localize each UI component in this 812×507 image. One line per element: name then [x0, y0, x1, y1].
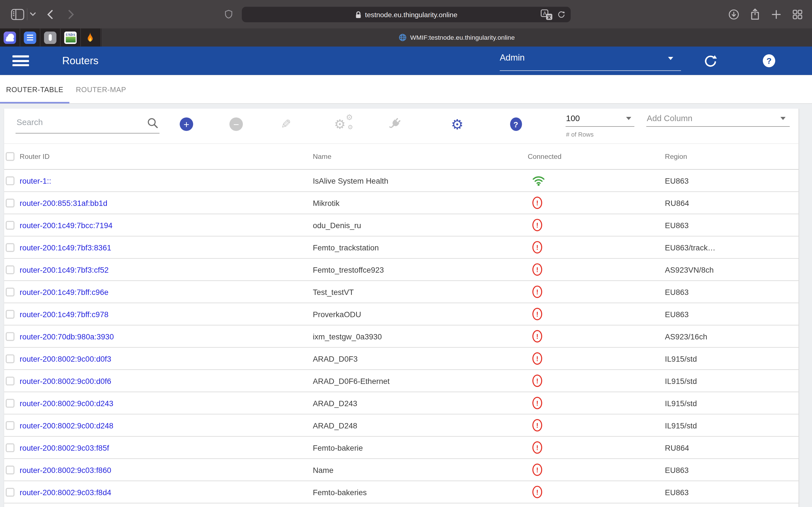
active-browser-tab[interactable]: WMIF:testnode.eu.thingularity.online — [101, 29, 812, 47]
refresh-icon[interactable] — [703, 54, 718, 68]
minus-icon: − — [230, 117, 243, 131]
row-checkbox[interactable] — [6, 221, 14, 229]
router-id-link[interactable]: router-200:1c49:7bcc:7194 — [20, 221, 313, 229]
row-checkbox[interactable] — [6, 465, 14, 474]
router-id-link[interactable]: router-200:8002:9c00:d0f3 — [20, 354, 313, 363]
connected-cell: ! — [528, 397, 665, 409]
router-id-link[interactable]: router-200:8002:9c03:f8d4 — [20, 488, 313, 496]
router-region: RU864 — [665, 443, 799, 452]
row-checkbox[interactable] — [6, 376, 14, 385]
error-alert-icon: ! — [532, 441, 542, 454]
privacy-shield-icon[interactable] — [223, 0, 234, 29]
user-role-value: Admin — [500, 53, 525, 63]
error-alert-icon: ! — [532, 308, 542, 320]
router-id-link[interactable]: router-200:8002:9c03:f85f — [20, 443, 313, 452]
share-icon[interactable] — [748, 0, 762, 29]
row-checkbox[interactable] — [6, 421, 14, 430]
row-checkbox[interactable] — [6, 287, 14, 296]
router-id-link[interactable]: router-200:8002:9c03:f860 — [20, 465, 313, 474]
tab-router-map[interactable]: ROUTER-MAP — [69, 75, 133, 103]
pinned-tab-usda-icon[interactable]: USDA — [61, 29, 81, 47]
table-help-button[interactable]: ? — [506, 114, 526, 134]
router-id-link[interactable]: router-200:1c49:7bf3:cf52 — [20, 265, 313, 274]
connected-cell: ! — [528, 352, 665, 365]
row-checkbox[interactable] — [6, 198, 14, 207]
downloads-icon[interactable] — [727, 0, 741, 29]
connected-cell: ! — [528, 196, 665, 209]
router-id-link[interactable]: router-200:8002:9c00:d248 — [20, 421, 313, 430]
row-checkbox[interactable] — [6, 399, 14, 407]
row-checkbox[interactable] — [6, 309, 14, 318]
translate-icon[interactable]: A — [541, 9, 553, 20]
router-name: ARAD_D0F3 — [313, 354, 527, 363]
menu-icon[interactable] — [12, 54, 29, 67]
router-name: odu_Denis_ru — [313, 221, 527, 229]
table-settings-button[interactable]: ⚙ — [447, 114, 467, 134]
router-region: EU863 — [665, 309, 799, 318]
pinned-tab-docs-icon[interactable] — [20, 29, 41, 47]
router-region: EU863/track… — [665, 243, 799, 251]
tab-overview-icon[interactable] — [790, 0, 805, 29]
column-header-region[interactable]: Region — [665, 153, 799, 161]
add-column-select[interactable]: Add Column — [646, 109, 790, 144]
new-tab-icon[interactable] — [769, 0, 783, 29]
connected-cell: ! — [528, 375, 665, 387]
column-header-router-id[interactable]: Router ID — [20, 153, 313, 161]
select-all-checkbox[interactable] — [6, 152, 14, 161]
edit-button[interactable]: ✎ — [275, 114, 296, 134]
router-id-link[interactable]: router-200:1c49:7bff:c978 — [20, 309, 313, 318]
router-id-link[interactable]: router-200:8002:9c00:d243 — [20, 399, 313, 407]
pinned-tab-cloud-app-icon[interactable] — [0, 29, 20, 47]
connected-cell: ! — [528, 441, 665, 454]
router-id-link[interactable]: router-200:855:31af:bb1d — [20, 198, 313, 207]
url-bar[interactable]: testnode.eu.thingularity.online A — [242, 7, 571, 22]
row-checkbox[interactable] — [6, 176, 14, 185]
connected-cell: ! — [528, 219, 665, 231]
connect-plug-button[interactable] — [384, 114, 405, 134]
pinned-tab-capsule-icon[interactable] — [40, 29, 61, 47]
table-row: router-200:1c49:7bf3:8361 Femto_tracksta… — [4, 236, 799, 259]
chevron-down-icon — [780, 117, 785, 120]
gear-icon: ⚙ — [334, 118, 346, 131]
router-region: EU863 — [665, 465, 799, 474]
pinned-tab-firebase-icon[interactable] — [81, 29, 101, 47]
table-row: router-200:1c49:7bcc:7194 odu_Denis_ru !… — [4, 214, 799, 236]
tab-router-table[interactable]: ROUTER-TABLE — [0, 75, 69, 103]
router-id-link[interactable]: router-200:1c49:7bf3:8361 — [20, 243, 313, 251]
search-input[interactable] — [17, 113, 141, 132]
router-id-link[interactable]: router-200:1c49:7bff:c96e — [20, 287, 313, 296]
sidebar-toggle-icon[interactable] — [9, 0, 26, 29]
connected-cell: ! — [528, 486, 665, 498]
table-row: router-200:855:31af:bb1d Mikrotik ! RU86… — [4, 192, 799, 214]
gear-icon: ⚙ — [346, 114, 353, 122]
row-checkbox[interactable] — [6, 332, 14, 341]
router-name: Name — [313, 465, 527, 474]
router-id-link[interactable]: router-200:70db:980a:3930 — [20, 332, 313, 341]
add-router-button[interactable]: + — [176, 114, 197, 134]
remove-router-button[interactable]: − — [226, 114, 246, 134]
row-checkbox[interactable] — [6, 354, 14, 363]
row-checkbox[interactable] — [6, 265, 14, 274]
row-checkbox[interactable] — [6, 443, 14, 452]
table-row: router-1:: IsAlive System Health — [4, 170, 799, 192]
router-id-link[interactable]: router-200:8002:9c00:d0f6 — [20, 376, 313, 385]
column-header-connected[interactable]: Connected — [528, 153, 665, 161]
rows-per-page-select[interactable]: 100 # of Rows — [566, 109, 635, 144]
router-name: ARAD_D243 — [313, 399, 527, 407]
user-role-select[interactable]: Admin — [500, 50, 681, 71]
router-id-link[interactable]: router-1:: — [20, 176, 313, 185]
router-name: ProverkaODU — [313, 309, 527, 318]
settings-gears-button[interactable]: ⚙ ⚙ ⚙ — [333, 114, 358, 134]
row-checkbox[interactable] — [6, 488, 14, 496]
row-checkbox[interactable] — [6, 243, 14, 251]
view-tabs: ROUTER-TABLE ROUTER-MAP — [0, 75, 812, 103]
connected-cell: ! — [528, 286, 665, 298]
column-header-name[interactable]: Name — [313, 153, 527, 161]
chevron-down-icon[interactable] — [29, 0, 37, 29]
search-field[interactable] — [15, 113, 160, 133]
forward-icon[interactable] — [66, 0, 76, 29]
wifi-connected-icon — [532, 175, 545, 186]
reload-icon[interactable] — [557, 10, 565, 18]
back-icon[interactable] — [45, 0, 55, 29]
help-icon[interactable]: ? — [763, 54, 775, 67]
